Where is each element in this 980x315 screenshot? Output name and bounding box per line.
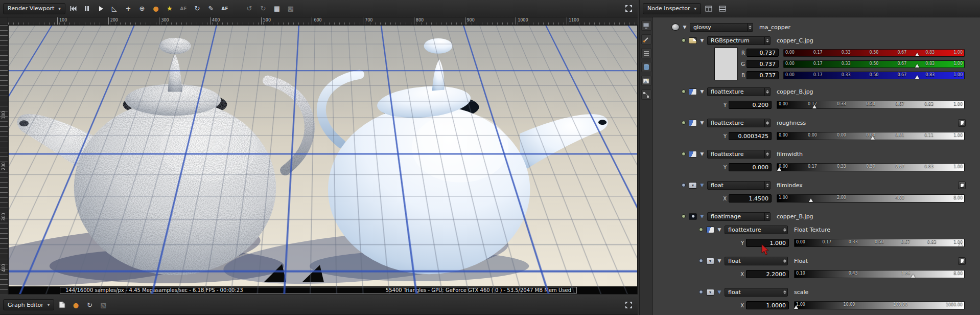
node-type-select[interactable]: float bbox=[725, 257, 788, 265]
node-connector-dot[interactable] bbox=[682, 121, 686, 125]
float-slider[interactable]: 0.000.170.330.500.670.831.00 bbox=[777, 101, 965, 109]
monitor-icon[interactable] bbox=[641, 20, 651, 31]
inspector-mode-select[interactable]: Node Inspector ▾ bbox=[643, 3, 701, 14]
pen-icon[interactable]: ✎ bbox=[205, 3, 217, 15]
slider-marker[interactable] bbox=[915, 53, 919, 56]
render-canvas[interactable]: 144/16000 samples/px - 4.45 Megasamples/… bbox=[8, 25, 638, 295]
spinner-arrows-icon[interactable] bbox=[782, 226, 787, 234]
float-slider[interactable]: 0.000.170.330.500.670.831.00 bbox=[777, 163, 965, 171]
grid-icon[interactable]: ▦ bbox=[271, 3, 283, 15]
spinner-arrows-icon[interactable] bbox=[764, 88, 770, 96]
node-type-select[interactable]: floattexture bbox=[707, 87, 771, 96]
pause-icon[interactable] bbox=[81, 3, 93, 15]
collapse-triangle-icon[interactable]: ▼ bbox=[717, 289, 722, 295]
node-type-select[interactable]: floatimage bbox=[707, 212, 771, 221]
spinner-arrows-icon[interactable] bbox=[764, 150, 770, 158]
float-slider[interactable]: 0.000.170.330.500.670.831.00 bbox=[794, 239, 965, 247]
play-icon[interactable] bbox=[95, 3, 107, 15]
flag-icon[interactable]: ◺ bbox=[108, 3, 121, 15]
storage-icon[interactable] bbox=[641, 62, 651, 72]
collapse-triangle-icon[interactable]: ▼ bbox=[699, 214, 705, 219]
value-field[interactable]: 0.737 bbox=[746, 49, 779, 57]
node-connector-dot[interactable] bbox=[682, 89, 686, 94]
eraser-icon[interactable]: ▧ bbox=[97, 299, 109, 311]
value-field[interactable]: 2.2000 bbox=[746, 270, 789, 278]
skip-to-start-icon[interactable] bbox=[67, 3, 79, 15]
slider-marker[interactable] bbox=[915, 64, 919, 68]
photo-icon[interactable] bbox=[641, 76, 651, 86]
redo-icon[interactable]: ↻ bbox=[257, 3, 269, 15]
collapse-triangle-icon[interactable]: ▼ bbox=[699, 38, 705, 43]
value-field[interactable]: 0.200 bbox=[729, 101, 772, 109]
node-connector-dot[interactable] bbox=[699, 259, 703, 263]
float-slider[interactable]: 0.100.431.868.00 bbox=[794, 270, 965, 278]
float-slider[interactable]: 1.0010.00100.001000.00 bbox=[794, 301, 965, 309]
node-type-select[interactable]: float bbox=[725, 288, 788, 297]
blue-slider[interactable]: 0.000.170.330.500.670.831.00 bbox=[783, 72, 965, 79]
spinner-arrows-icon[interactable] bbox=[782, 288, 787, 296]
viewport-mode-select[interactable]: Render Viewport ▾ bbox=[3, 3, 65, 14]
float-slider[interactable]: 1.002.004.008.00 bbox=[777, 194, 965, 202]
green-slider[interactable]: 0.000.170.330.500.670.831.00 bbox=[783, 60, 965, 68]
row-action-button[interactable] bbox=[958, 182, 966, 189]
node-type-select[interactable]: floattexture bbox=[725, 226, 788, 234]
slider-marker[interactable] bbox=[871, 136, 875, 140]
spinner-arrows-icon[interactable] bbox=[764, 119, 770, 127]
table-add-icon[interactable] bbox=[703, 3, 715, 15]
node-type-select[interactable]: RGBspectrum bbox=[707, 36, 771, 45]
checker-icon[interactable]: ▩ bbox=[285, 3, 297, 15]
node-connector-dot[interactable] bbox=[699, 290, 703, 294]
node-connector-dot[interactable] bbox=[699, 228, 703, 232]
node-type-select[interactable]: glossy bbox=[690, 23, 753, 32]
value-field[interactable]: 0.0003425 bbox=[729, 132, 772, 140]
red-slider[interactable]: 0.000.170.330.500.670.831.00 bbox=[783, 49, 965, 57]
value-field[interactable]: 1.4500 bbox=[729, 194, 772, 202]
graph-editor-mode-select[interactable]: Graph Editor ▾ bbox=[3, 299, 54, 310]
slider-marker[interactable] bbox=[812, 105, 816, 108]
target-icon[interactable]: ⊕ bbox=[136, 3, 148, 15]
row-action-button[interactable] bbox=[958, 119, 966, 127]
collapse-triangle-icon[interactable]: ▼ bbox=[717, 227, 722, 232]
collapse-triangle-icon[interactable]: ▼ bbox=[682, 25, 687, 30]
node-type-select[interactable]: floattexture bbox=[707, 150, 771, 159]
spinner-arrows-icon[interactable] bbox=[764, 213, 770, 220]
nodes-icon[interactable] bbox=[641, 89, 651, 100]
node-connector-dot[interactable] bbox=[682, 38, 686, 42]
node-connector-dot[interactable] bbox=[682, 183, 686, 187]
collapse-triangle-icon[interactable]: ▼ bbox=[717, 258, 722, 263]
spinner-arrows-icon[interactable] bbox=[747, 24, 753, 31]
collapse-triangle-icon[interactable]: ▼ bbox=[699, 89, 705, 94]
crosshair-icon[interactable]: + bbox=[122, 3, 134, 15]
list-icon[interactable] bbox=[641, 48, 651, 58]
collapse-triangle-icon[interactable]: ▼ bbox=[699, 183, 705, 188]
node-type-select[interactable]: floattexture bbox=[707, 119, 771, 127]
slider-marker[interactable] bbox=[794, 305, 798, 309]
slider-marker[interactable] bbox=[809, 198, 813, 202]
slider-marker[interactable] bbox=[915, 75, 919, 79]
collapse-triangle-icon[interactable]: ▼ bbox=[699, 120, 705, 125]
row-action-button[interactable] bbox=[958, 257, 966, 265]
color-swatch[interactable] bbox=[714, 48, 738, 80]
paint-icon[interactable]: ● bbox=[69, 299, 82, 311]
slider-marker[interactable] bbox=[959, 243, 963, 246]
float-slider[interactable]: 0.000.000.000.000.010.111.00 bbox=[777, 132, 965, 140]
af-dim-icon[interactable]: AF bbox=[177, 3, 190, 15]
paint-icon[interactable]: ● bbox=[150, 3, 162, 15]
new-file-icon[interactable] bbox=[56, 299, 68, 311]
refresh-icon[interactable]: ↻ bbox=[83, 299, 96, 311]
node-type-select[interactable]: float bbox=[707, 181, 771, 190]
fullscreen-icon[interactable] bbox=[622, 3, 635, 15]
value-field[interactable]: 0.000 bbox=[729, 163, 772, 171]
node-connector-dot[interactable] bbox=[682, 152, 686, 156]
value-field[interactable]: 0.737 bbox=[746, 60, 779, 68]
value-field[interactable]: 0.737 bbox=[746, 71, 779, 79]
spark-icon[interactable]: ★ bbox=[164, 3, 176, 15]
spinner-arrows-icon[interactable] bbox=[764, 182, 770, 189]
rotate-icon[interactable]: ↻ bbox=[191, 3, 203, 15]
af-icon[interactable]: AF bbox=[219, 3, 231, 15]
collapse-triangle-icon[interactable]: ▼ bbox=[699, 151, 705, 156]
slider-marker[interactable] bbox=[777, 167, 781, 171]
node-connector-dot[interactable] bbox=[682, 214, 686, 218]
value-field[interactable]: 1.0000 bbox=[746, 301, 789, 309]
brush-icon[interactable] bbox=[641, 34, 651, 44]
